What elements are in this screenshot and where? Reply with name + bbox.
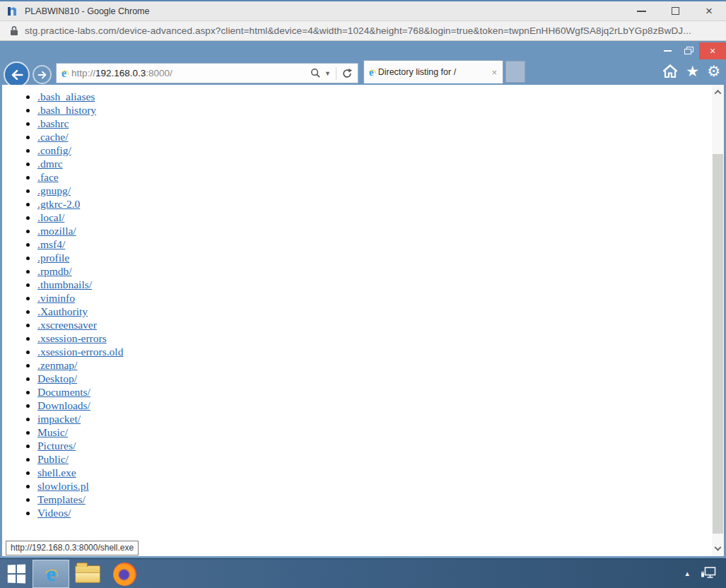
list-item: .viminfo: [37, 291, 724, 305]
directory-link[interactable]: .xscreensaver: [37, 319, 97, 331]
directory-link[interactable]: .local/: [37, 211, 64, 223]
back-button[interactable]: [4, 61, 30, 88]
list-item: .Xauthority: [37, 305, 724, 318]
maximize-button[interactable]: [658, 1, 692, 20]
chevron-up-icon: [715, 89, 722, 96]
taskbar-item-file-explorer[interactable]: [69, 560, 106, 588]
directory-link[interactable]: .profile: [37, 252, 69, 264]
system-tray: ▴: [685, 567, 726, 580]
refresh-icon[interactable]: [341, 68, 353, 79]
directory-link[interactable]: Pictures/: [37, 440, 76, 452]
chrome-urlbar[interactable]: stg.practice-labs.com/device-advanced.as…: [0, 21, 726, 41]
directory-link[interactable]: .bashrc: [37, 117, 69, 129]
list-item: Desktop/: [37, 372, 724, 385]
scroll-down-button[interactable]: [712, 542, 724, 556]
windows-logo-icon: [8, 564, 25, 583]
directory-link[interactable]: Public/: [37, 453, 69, 465]
vertical-scrollbar[interactable]: [712, 85, 724, 556]
tab-directory-listing[interactable]: e Directory listing for / ×: [363, 60, 503, 83]
directory-link[interactable]: impacket/: [37, 413, 81, 425]
settings-gear-icon[interactable]: ⚙: [707, 64, 720, 78]
start-button[interactable]: [0, 559, 33, 588]
directory-link[interactable]: Videos/: [37, 507, 71, 519]
address-url[interactable]: http://192.168.0.3:8000/: [71, 68, 172, 78]
list-item: Downloads/: [37, 399, 724, 412]
separator: [336, 67, 336, 80]
directory-link[interactable]: .gnupg/: [37, 184, 71, 196]
network-icon[interactable]: [701, 567, 716, 580]
list-item: impacket/: [37, 412, 724, 425]
list-item: slowloris.pl: [37, 479, 724, 493]
directory-link[interactable]: .xsession-errors.old: [37, 346, 123, 358]
directory-link[interactable]: Desktop/: [37, 372, 77, 384]
favorites-star-icon[interactable]: ★: [686, 64, 699, 78]
list-item: Public/: [37, 452, 724, 466]
lock-icon[interactable]: [10, 25, 18, 36]
list-item: Documents/: [37, 385, 724, 399]
minimize-button[interactable]: [624, 1, 658, 20]
tab-close-icon[interactable]: ×: [491, 67, 497, 78]
close-button[interactable]: ×: [692, 1, 726, 20]
directory-link[interactable]: .mozilla/: [37, 225, 76, 237]
url-port-path: :8000/: [146, 68, 172, 78]
minimize-icon: [664, 50, 672, 52]
scroll-up-button[interactable]: [712, 85, 724, 99]
scrollbar-thumb[interactable]: [713, 154, 723, 534]
directory-link[interactable]: .dmrc: [37, 158, 63, 170]
file-explorer-icon: [75, 565, 100, 583]
directory-link[interactable]: .rpmdb/: [37, 265, 72, 277]
ie-close-button[interactable]: ×: [699, 42, 726, 59]
search-dropdown-caret-icon[interactable]: ▼: [324, 70, 331, 77]
directory-link[interactable]: .xsession-errors: [37, 332, 107, 344]
directory-link[interactable]: Documents/: [37, 386, 90, 398]
address-bar[interactable]: e http://192.168.0.3:8000/ ▼: [56, 63, 358, 83]
list-item: Templates/: [37, 493, 724, 506]
directory-link[interactable]: .zenmap/: [37, 359, 77, 371]
ie-restore-button[interactable]: [678, 42, 699, 59]
search-icon[interactable]: [310, 68, 321, 78]
directory-link[interactable]: .bash_history: [37, 104, 96, 116]
list-item: .zenmap/: [37, 358, 724, 372]
directory-link[interactable]: .thumbnails/: [37, 278, 92, 290]
forward-button[interactable]: [33, 65, 52, 84]
practice-labs-favicon: [6, 6, 18, 17]
chrome-url-text[interactable]: stg.practice-labs.com/device-advanced.as…: [25, 25, 691, 36]
forward-arrow-icon: [37, 69, 48, 81]
list-item: Videos/: [37, 506, 724, 519]
window-title: PLABWIN810 - Google Chrome: [25, 6, 149, 16]
list-item: .bash_aliases: [37, 90, 724, 103]
directory-link[interactable]: .gtkrc-2.0: [37, 198, 80, 210]
directory-link[interactable]: shell.exe: [37, 466, 76, 478]
ie-window: × e http://192.168.0.3:8000/ ▼ e Dir: [0, 41, 726, 558]
taskbar-item-firefox[interactable]: [106, 560, 143, 588]
new-tab-button[interactable]: [505, 61, 525, 83]
directory-link[interactable]: Templates/: [37, 493, 86, 505]
directory-link[interactable]: .msf4/: [37, 238, 65, 250]
ie-minimize-button[interactable]: [657, 42, 678, 59]
directory-link[interactable]: .face: [37, 171, 59, 183]
list-item: Pictures/: [37, 439, 724, 452]
directory-link[interactable]: Music/: [37, 426, 68, 438]
url-host: 192.168.0.3: [95, 68, 146, 78]
list-item: .msf4/: [37, 237, 724, 251]
page-content: .bash_aliases .bash_history .bashrc .cac…: [2, 85, 724, 556]
directory-link[interactable]: .config/: [37, 144, 71, 156]
chrome-titlebar: PLABWIN810 - Google Chrome ×: [0, 0, 726, 21]
directory-link[interactable]: Downloads/: [37, 399, 90, 411]
directory-link[interactable]: slowloris.pl: [37, 480, 89, 492]
directory-link[interactable]: .cache/: [37, 131, 68, 143]
taskbar-item-internet-explorer[interactable]: e: [33, 560, 69, 588]
list-item: .gtkrc-2.0: [37, 197, 724, 211]
directory-link[interactable]: .Xauthority: [37, 305, 88, 317]
directory-link[interactable]: .viminfo: [37, 292, 75, 304]
screen: { "colors": { "ie_chrome_blue": "#6d96bf…: [0, 0, 726, 588]
tray-expand-arrow-icon[interactable]: ▴: [685, 569, 689, 578]
list-item: .rpmdb/: [37, 264, 724, 278]
ie-toolbar-icons: ★ ⚙: [662, 64, 720, 78]
directory-link[interactable]: .bash_aliases: [37, 90, 95, 102]
home-icon[interactable]: [662, 64, 678, 78]
list-item: .profile: [37, 251, 724, 264]
list-item: .xscreensaver: [37, 318, 724, 331]
close-icon: ×: [710, 45, 715, 57]
directory-list: .bash_aliases .bash_history .bashrc .cac…: [2, 85, 724, 519]
